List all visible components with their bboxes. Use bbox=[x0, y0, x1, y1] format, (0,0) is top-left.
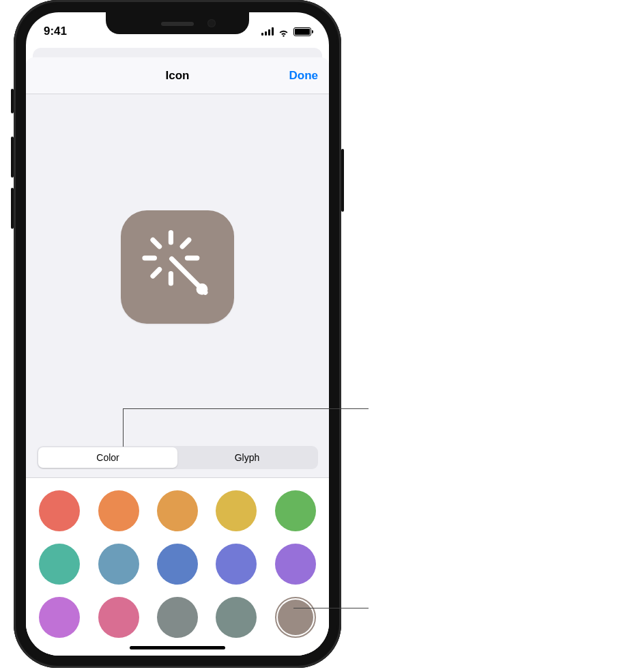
color-swatch bbox=[39, 597, 80, 638]
color-swatch-grid bbox=[26, 478, 329, 656]
status-indicators bbox=[261, 20, 311, 36]
color-swatch bbox=[157, 597, 198, 638]
color-swatch bbox=[157, 490, 198, 531]
volume-down-button bbox=[11, 188, 14, 229]
color-swatch bbox=[216, 597, 257, 638]
color-swatch bbox=[157, 544, 198, 585]
home-indicator[interactable] bbox=[130, 646, 225, 649]
color-swatch-button[interactable] bbox=[157, 597, 198, 638]
color-swatch bbox=[98, 597, 139, 638]
color-swatch-button[interactable] bbox=[98, 544, 139, 585]
color-swatch bbox=[216, 490, 257, 531]
color-swatch-button[interactable] bbox=[39, 597, 80, 638]
icon-editor-sheet: Icon Done bbox=[26, 57, 329, 656]
color-swatch-button[interactable] bbox=[98, 597, 139, 638]
svg-line-5 bbox=[153, 240, 160, 247]
color-swatch-button[interactable] bbox=[275, 544, 316, 585]
color-swatch-button[interactable] bbox=[98, 490, 139, 531]
done-button[interactable]: Done bbox=[289, 57, 319, 94]
color-swatch bbox=[39, 490, 80, 531]
color-swatch-button[interactable] bbox=[39, 544, 80, 585]
magic-wand-icon bbox=[136, 226, 218, 308]
mute-switch bbox=[11, 89, 14, 113]
color-swatch-button[interactable] bbox=[216, 490, 257, 531]
notch bbox=[106, 12, 249, 34]
cellular-signal-icon bbox=[261, 27, 274, 36]
color-swatch bbox=[39, 544, 80, 585]
color-swatch-button[interactable] bbox=[216, 544, 257, 585]
segmented-control-container: ColorGlyph bbox=[26, 439, 329, 478]
color-swatch-button[interactable] bbox=[275, 490, 316, 531]
battery-icon bbox=[293, 27, 311, 36]
color-swatch bbox=[275, 597, 316, 638]
color-swatch bbox=[98, 490, 139, 531]
color-swatch-button[interactable] bbox=[216, 597, 257, 638]
color-swatch-button[interactable] bbox=[157, 544, 198, 585]
volume-up-button bbox=[11, 137, 14, 178]
segment-color[interactable]: Color bbox=[38, 447, 177, 468]
color-swatch bbox=[275, 544, 316, 585]
icon-preview bbox=[121, 210, 234, 324]
color-swatch-button[interactable] bbox=[39, 490, 80, 531]
svg-line-7 bbox=[153, 269, 160, 276]
sheet-header: Icon Done bbox=[26, 57, 329, 94]
sheet-title: Icon bbox=[166, 69, 190, 83]
color-swatch bbox=[98, 544, 139, 585]
color-swatch bbox=[275, 490, 316, 531]
color-swatch bbox=[216, 544, 257, 585]
svg-line-6 bbox=[182, 240, 189, 247]
status-time: 9:41 bbox=[44, 18, 67, 38]
segment-glyph[interactable]: Glyph bbox=[177, 447, 317, 468]
wifi-icon bbox=[278, 27, 289, 36]
svg-point-8 bbox=[197, 283, 208, 295]
screen: 9:41 Icon Done bbox=[26, 12, 329, 656]
power-button bbox=[341, 149, 344, 212]
iphone-device-frame: 9:41 Icon Done bbox=[14, 0, 341, 668]
color-swatch-button[interactable] bbox=[278, 600, 313, 635]
icon-preview-area bbox=[26, 94, 329, 439]
color-swatch-button[interactable] bbox=[157, 490, 198, 531]
segmented-control: ColorGlyph bbox=[37, 446, 318, 469]
